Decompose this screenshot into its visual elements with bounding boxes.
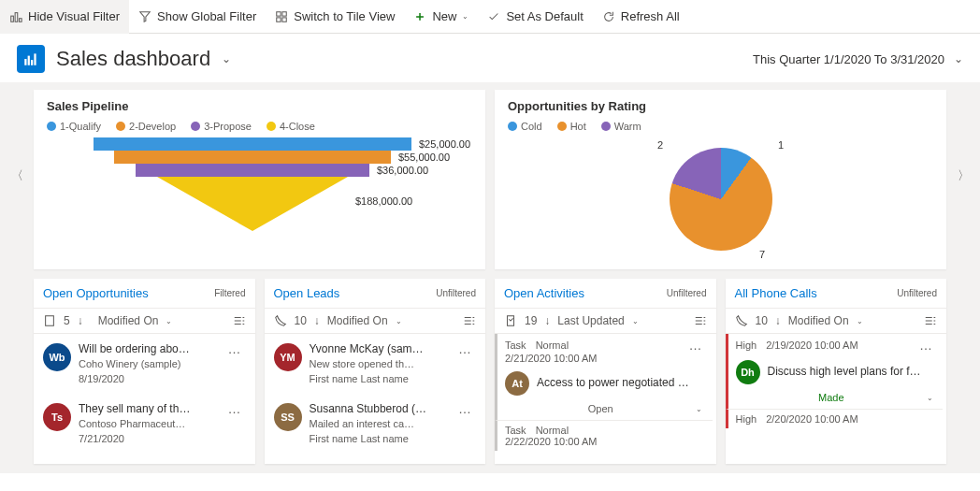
svg-rect-6 <box>282 17 286 21</box>
new-label: New <box>432 9 456 23</box>
new-button[interactable]: ＋ New ⌄ <box>404 0 478 34</box>
card-title[interactable]: Open Activities <box>504 286 584 300</box>
show-global-filter-button[interactable]: Show Global Filter <box>129 0 266 34</box>
list-item[interactable]: Wb Will be ordering abo… Coho Winery (sa… <box>34 334 252 394</box>
all-phone-calls-card: All Phone Calls Unfiltered 10 ↓ Modified… <box>726 279 947 464</box>
svg-rect-9 <box>31 60 33 65</box>
svg-rect-5 <box>277 17 281 21</box>
list-item[interactable]: SS Susanna Stubberod (… Mailed an intere… <box>265 394 483 454</box>
count: 5 <box>64 314 70 327</box>
date-range: This Quarter 1/1/2020 To 3/31/2020 <box>753 52 944 66</box>
svg-rect-10 <box>34 53 36 65</box>
chart-title: Opportunities by Rating <box>508 99 933 113</box>
more-icon[interactable]: … <box>458 341 472 356</box>
refresh-icon <box>602 10 615 23</box>
list-item[interactable]: Very likely will order … <box>34 454 252 464</box>
open-opportunities-card: Open Opportunities Filtered 5 ↓ Modified… <box>34 279 255 464</box>
list-options-icon[interactable] <box>463 314 476 327</box>
phone-icon[interactable] <box>735 314 748 327</box>
svg-rect-7 <box>24 59 26 65</box>
sort-field[interactable]: Modified On <box>98 314 159 327</box>
hide-visual-filter-button[interactable]: Hide Visual Filter <box>0 0 129 34</box>
more-icon[interactable]: … <box>689 338 703 353</box>
card-title[interactable]: Open Opportunities <box>43 286 149 300</box>
cards-row: Open Opportunities Filtered 5 ↓ Modified… <box>0 269 980 473</box>
list-options-icon[interactable] <box>233 314 246 327</box>
more-icon[interactable]: … <box>228 341 242 356</box>
page-title: Sales dashboard <box>56 47 210 71</box>
range-chevron-icon[interactable]: ⌄ <box>954 52 963 65</box>
next-arrow[interactable]: 〉 <box>954 162 973 190</box>
switch-tile-view-button[interactable]: Switch to Tile View <box>266 0 404 34</box>
sort-field[interactable]: Modified On <box>327 314 388 327</box>
list-item[interactable]: Ts They sell many of th… Contoso Pharmac… <box>34 394 252 454</box>
chart-icon <box>9 10 22 23</box>
check-icon <box>487 10 500 23</box>
scroll[interactable]: Wb Will be ordering abo… Coho Winery (sa… <box>34 334 255 464</box>
status[interactable]: Open <box>588 403 613 414</box>
funnel-chart: $25,000.00 $55,000.00 $36,000.00 $188,00… <box>47 137 472 260</box>
avatar: YM <box>274 343 302 371</box>
list-item[interactable]: YM Yvonne McKay (sam… New store opened t… <box>265 334 483 394</box>
open-leads-card: Open Leads Unfiltered 10 ↓ Modified On ⌄… <box>265 279 486 464</box>
opportunities-rating-card[interactable]: Opportunities by Rating Cold Hot Warm 1 … <box>495 90 946 269</box>
chevron-down-icon[interactable]: ⌄ <box>927 394 933 402</box>
scroll[interactable]: YM Yvonne McKay (sam… New store opened t… <box>265 334 486 464</box>
activity-item[interactable]: TaskNormal … 2/21/2020 10:00 AM At Acces… <box>495 334 713 420</box>
scroll[interactable]: High2/19/2020 10:00 AM … Dh Discuss high… <box>726 334 947 464</box>
show-global-filter-label: Show Global Filter <box>157 9 256 23</box>
chevron-down-icon[interactable]: ⌄ <box>696 405 702 413</box>
chevron-down-icon[interactable]: ⌄ <box>857 317 863 325</box>
hide-visual-filter-label: Hide Visual Filter <box>28 9 120 23</box>
record-icon[interactable] <box>43 314 56 327</box>
svg-rect-1 <box>15 12 18 22</box>
clipboard-icon[interactable] <box>504 314 517 327</box>
sort-arrow-icon[interactable]: ↓ <box>775 314 781 327</box>
activity-item[interactable]: TaskNormal 2/22/2020 10:00 AM <box>495 420 713 451</box>
call-item[interactable]: High2/19/2020 10:00 AM … Dh Discuss high… <box>726 334 944 409</box>
dashboard-icon <box>17 45 45 73</box>
more-icon[interactable]: … <box>458 401 472 416</box>
refresh-all-button[interactable]: Refresh All <box>593 0 689 34</box>
sort-arrow-icon[interactable]: ↓ <box>544 314 550 327</box>
avatar: Wb <box>43 343 71 371</box>
sort-arrow-icon[interactable]: ↓ <box>78 314 83 327</box>
toolbar: Hide Visual Filter Show Global Filter Sw… <box>0 0 980 34</box>
prev-arrow[interactable]: 〈 <box>7 162 26 190</box>
svg-rect-2 <box>20 18 22 22</box>
chevron-down-icon[interactable]: ⌄ <box>396 317 402 325</box>
svg-rect-8 <box>28 56 30 65</box>
scroll[interactable]: TaskNormal … 2/21/2020 10:00 AM At Acces… <box>495 334 716 464</box>
sort-arrow-icon[interactable]: ↓ <box>314 314 320 327</box>
svg-rect-3 <box>277 11 281 15</box>
filter-state: Unfiltered <box>667 288 707 298</box>
card-title[interactable]: All Phone Calls <box>735 286 817 300</box>
count: 10 <box>756 314 768 327</box>
chevron-down-icon[interactable]: ⌄ <box>632 317 639 325</box>
sort-field[interactable]: Modified On <box>788 314 849 327</box>
card-title[interactable]: Open Leads <box>274 286 340 300</box>
status[interactable]: Made <box>818 392 844 403</box>
list-options-icon[interactable] <box>694 314 707 327</box>
pie-chart: 1 7 2 <box>508 137 933 260</box>
svg-rect-0 <box>11 16 14 22</box>
set-default-button[interactable]: Set As Default <box>478 0 592 34</box>
title-chevron-icon[interactable]: ⌄ <box>222 52 231 65</box>
avatar: Ts <box>43 403 71 431</box>
list-options-icon[interactable] <box>924 314 937 327</box>
list-item[interactable]: Nancy Anderson (sa… <box>265 454 483 464</box>
chevron-down-icon[interactable]: ⌄ <box>166 317 172 325</box>
svg-rect-4 <box>282 11 286 15</box>
pie-legend: Cold Hot Warm <box>508 121 933 132</box>
sort-field[interactable]: Last Updated <box>557 314 624 327</box>
funnel-legend: 1-Qualify 2-Develop 3-Propose 4-Close <box>47 121 472 132</box>
filter-state: Unfiltered <box>897 288 937 298</box>
phone-icon[interactable] <box>274 314 287 327</box>
call-item[interactable]: High2/20/2020 10:00 AM <box>726 409 944 428</box>
avatar: At <box>505 371 529 396</box>
header: Sales dashboard ⌄ This Quarter 1/1/2020 … <box>0 34 980 82</box>
more-icon[interactable]: … <box>228 401 242 416</box>
count: 10 <box>295 314 307 327</box>
sales-pipeline-card[interactable]: Sales Pipeline 1-Qualify 2-Develop 3-Pro… <box>34 90 485 269</box>
more-icon[interactable]: … <box>919 338 933 353</box>
